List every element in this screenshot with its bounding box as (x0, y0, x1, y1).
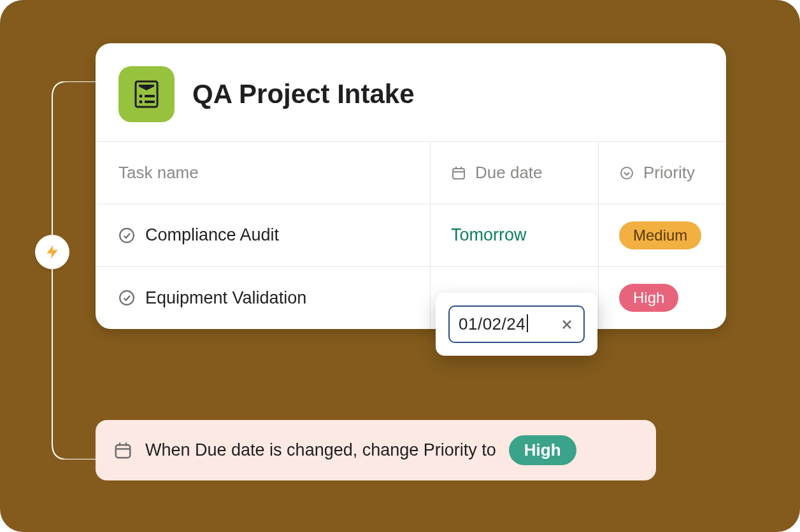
svg-rect-4 (145, 101, 155, 103)
canvas: QA Project Intake Task name Due date (0, 0, 800, 532)
card-header: QA Project Intake (96, 43, 726, 141)
priority-pill-medium: Medium (619, 221, 701, 249)
task-cell[interactable]: Compliance Audit (96, 204, 431, 266)
svg-point-1 (139, 95, 143, 98)
connector-line (50, 81, 97, 459)
task-name: Equipment Validation (145, 288, 306, 308)
column-header-task: Task name (96, 142, 431, 204)
rule-text: When Due date is changed, change Priorit… (145, 440, 496, 460)
column-label: Priority (643, 163, 695, 183)
svg-rect-14 (116, 445, 131, 458)
column-header-due: Due date (431, 142, 599, 204)
chevron-down-circle-icon (619, 165, 634, 181)
svg-point-3 (139, 101, 143, 104)
svg-rect-2 (145, 95, 155, 97)
project-card: QA Project Intake Task name Due date (96, 43, 726, 329)
svg-rect-5 (453, 169, 464, 179)
priority-cell[interactable]: Medium (599, 204, 726, 266)
close-icon[interactable] (559, 317, 575, 332)
priority-pill-high: High (619, 284, 678, 312)
date-input[interactable]: 01/02/24 (448, 305, 585, 343)
task-name: Compliance Audit (145, 225, 279, 245)
rule-priority-pill: High (509, 435, 576, 465)
column-header-priority: Priority (599, 142, 726, 204)
document-icon (132, 80, 161, 109)
check-circle-icon[interactable] (118, 290, 135, 306)
table-row[interactable]: Compliance Audit Tomorrow Medium (96, 204, 726, 267)
calendar-icon (113, 441, 132, 460)
calendar-icon (451, 165, 466, 181)
date-input-value: 01/02/24 (459, 314, 528, 334)
svg-point-10 (120, 228, 134, 242)
table-row[interactable]: Equipment Validation High (96, 267, 726, 329)
column-label: Due date (475, 163, 543, 183)
automation-badge (35, 235, 69, 269)
priority-cell[interactable]: High (599, 267, 726, 329)
svg-point-11 (120, 291, 134, 305)
task-cell[interactable]: Equipment Validation (96, 267, 431, 329)
automation-rule[interactable]: When Due date is changed, change Priorit… (96, 420, 656, 480)
project-icon (118, 66, 175, 122)
due-cell[interactable]: Tomorrow (431, 204, 599, 266)
column-label: Task name (118, 163, 199, 183)
bolt-icon (44, 244, 61, 260)
svg-point-9 (621, 167, 632, 179)
check-circle-icon[interactable] (118, 227, 135, 244)
table-header: Task name Due date Pri (96, 142, 726, 204)
task-table: Task name Due date Pri (96, 141, 726, 329)
project-title: QA Project Intake (192, 79, 415, 109)
date-input-popover: 01/02/24 (436, 293, 597, 356)
due-value: Tomorrow (451, 225, 527, 245)
